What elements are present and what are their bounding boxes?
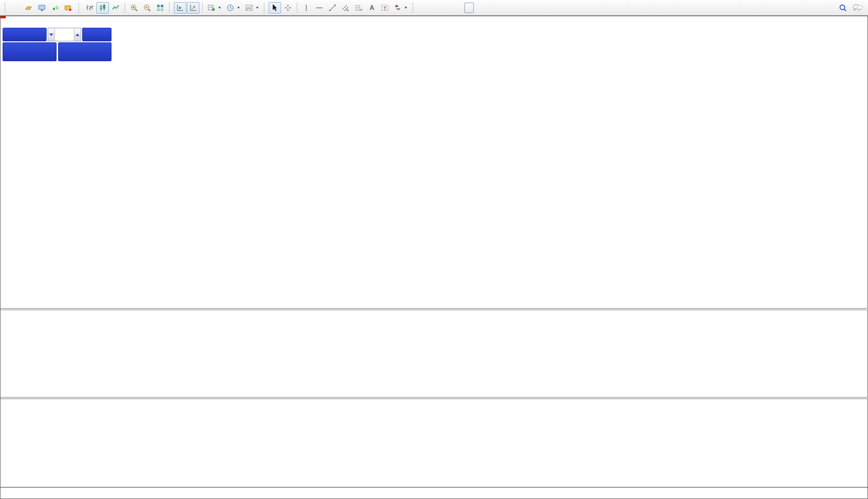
timeframe-m1[interactable] [417,3,427,13]
equidistant-channel-button[interactable]: E [339,2,352,14]
toolbar-separator [125,3,125,13]
toolbar-grip [169,3,171,13]
timeframe-h4[interactable] [464,3,474,13]
periods-button[interactable]: ▼ [224,2,242,14]
toolbar-grip [413,3,415,13]
zoom-in-icon [130,4,138,12]
chart-window [0,16,868,499]
cursor-button[interactable] [269,2,281,14]
toolbar-grip [264,3,266,13]
text-label-button[interactable]: T [379,2,391,14]
trendline-button[interactable] [326,2,339,14]
dropdown-caret-icon: ▼ [404,6,408,9]
arrows-button[interactable]: ▼ [392,2,410,14]
auto-trading-button[interactable] [62,2,76,14]
tile-windows-button[interactable] [154,2,166,14]
timeframe-bar [417,3,502,13]
volume-stepper [48,28,81,41]
vertical-line-icon [302,4,310,12]
svg-text:F: F [360,8,362,12]
dropdown-caret-icon: ▼ [218,6,221,9]
dropdown-caret-icon: ▼ [255,6,259,9]
toolbar-separator [297,3,297,13]
terminal-button[interactable] [36,2,48,14]
cursor-icon [271,4,279,12]
svg-text:T: T [383,5,386,10]
chat-button[interactable] [850,2,865,14]
line-chart-button[interactable] [109,2,122,14]
vertical-line-button[interactable] [300,2,313,14]
horizontal-line-button[interactable] [313,2,326,14]
one-click-trading-panel [3,28,112,61]
templates-button[interactable]: ▼ [243,2,261,14]
toolbar-grip [5,3,7,13]
timeframe-m5[interactable] [427,3,436,13]
fibonacci-icon: F [354,4,363,12]
fibonacci-button[interactable]: F [352,2,365,14]
zoom-out-button[interactable] [141,2,153,14]
svg-text:A: A [370,4,374,12]
bar-chart-icon [85,4,94,12]
search-icon [838,3,848,13]
buy-button[interactable] [82,28,112,41]
timeframe-mn[interactable] [493,3,502,13]
price-callout-label[interactable] [1,16,6,18]
candlestick-button[interactable] [96,2,109,14]
zoom-in-button[interactable] [128,2,140,14]
tile-windows-icon [156,4,164,12]
terminal-icon [38,4,46,12]
volume-increase-button[interactable] [74,28,81,41]
search-button[interactable] [836,2,850,14]
buy-price-button[interactable] [58,42,112,61]
trendline-icon [328,4,337,12]
sell-button[interactable] [3,28,47,41]
panel-splitter[interactable] [1,308,868,310]
candlestick-icon [98,4,107,12]
new-order-button[interactable] [9,2,22,14]
indicators-icon [207,4,216,12]
volume-decrease-button[interactable] [48,28,55,41]
indicators-button[interactable]: ▼ [205,2,224,14]
auto-trading-icon [64,4,72,12]
triangle-down-icon [49,33,53,36]
toolbar-separator [202,3,203,13]
triangle-up-icon [75,33,80,36]
bar-chart-button[interactable] [83,2,96,14]
auto-scroll-button[interactable] [174,2,186,14]
timeframe-m15[interactable] [436,3,446,13]
chart-shift-button[interactable] [187,2,199,14]
crosshair-button[interactable] [282,2,294,14]
text-button[interactable]: A [365,2,378,14]
text-icon: A [368,4,376,12]
gold-button[interactable] [23,2,35,14]
templates-icon [245,4,253,12]
timeframe-m30[interactable] [446,3,455,13]
chart-shift-icon [189,4,197,12]
main-toolbar: ▼ ▼ ▼ E F A T ▼ [0,0,868,16]
crosshair-icon [284,4,292,12]
date-axis[interactable] [1,487,868,499]
chat-icon [852,3,863,12]
gold-icon [25,4,33,12]
timeframe-d1[interactable] [474,3,483,13]
sell-price-button[interactable] [3,42,57,61]
arrows-icon [394,4,402,12]
svg-text:E: E [347,8,349,12]
timeframe-w1[interactable] [483,3,493,13]
signal-icon [51,4,59,12]
horizontal-line-icon [315,4,324,12]
dropdown-caret-icon: ▼ [237,6,240,9]
signal-button[interactable] [49,2,61,14]
periods-icon [226,4,235,12]
volume-input[interactable] [55,28,74,41]
line-chart-icon [112,4,120,12]
zoom-out-icon [143,4,151,12]
panel-splitter[interactable] [1,397,868,399]
chart-canvas[interactable] [1,16,868,499]
timeframe-h1[interactable] [455,3,464,13]
text-label-icon: T [381,4,389,12]
toolbar-grip [79,3,81,13]
auto-scroll-icon [176,4,184,12]
equidistant-channel-icon: E [341,4,350,12]
